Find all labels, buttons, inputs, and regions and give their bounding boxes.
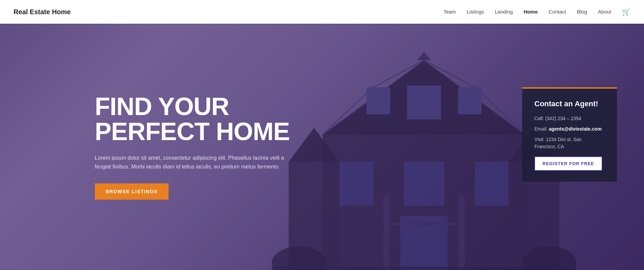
contact-email: Email: agents@diviestate.com [534, 126, 605, 133]
site-logo[interactable]: Real Estate Home [14, 8, 71, 16]
hero-text-block: FIND YOUR PERFECT HOME Lorem ipsum dolor… [95, 94, 298, 199]
nav-link-contact[interactable]: Contact [549, 9, 566, 15]
call-value: (342) 234 – 2354 [545, 116, 581, 121]
register-button[interactable]: REGISTER FOR FREE [534, 156, 602, 171]
contact-call: Call: (342) 234 – 2354 [534, 115, 605, 122]
header: Real Estate Home Team Listings Landing H… [0, 0, 644, 24]
email-label: Email: [534, 126, 548, 132]
nav-link-team[interactable]: Team [443, 9, 456, 15]
contact-visit: Visit: 1234 Divi st. San Francisco, CA [534, 136, 605, 150]
nav-item-blog[interactable]: Blog [577, 9, 587, 15]
hero-subtext: Lorem ipsum dolor sit amet, consectetur … [95, 154, 284, 171]
visit-label: Visit: [534, 137, 545, 142]
main-nav: Team Listings Landing Home Contact Blog … [443, 8, 630, 16]
headline-line1: FIND YOUR [95, 92, 229, 120]
cart-button[interactable]: 🛒 [622, 8, 630, 16]
contact-card-title: Contact an Agent! [534, 99, 605, 108]
hero-content: FIND YOUR PERFECT HOME Lorem ipsum dolor… [0, 94, 644, 199]
headline-line2: PERFECT HOME [95, 117, 290, 145]
nav-item-contact[interactable]: Contact [549, 9, 566, 15]
nav-link-home[interactable]: Home [524, 9, 538, 15]
nav-item-listings[interactable]: Listings [467, 9, 484, 15]
nav-link-landing[interactable]: Landing [495, 9, 513, 15]
nav-list: Team Listings Landing Home Contact Blog … [443, 8, 630, 16]
nav-link-about[interactable]: About [598, 9, 611, 15]
nav-item-about[interactable]: About [598, 9, 611, 15]
nav-link-listings[interactable]: Listings [467, 9, 484, 15]
nav-link-blog[interactable]: Blog [577, 9, 587, 15]
hero-section: FIND YOUR PERFECT HOME Lorem ipsum dolor… [0, 24, 644, 270]
cart-icon[interactable]: 🛒 [622, 8, 630, 16]
browse-listings-button[interactable]: BROWSE LISTINGS [95, 183, 169, 200]
nav-item-landing[interactable]: Landing [495, 9, 513, 15]
hero-headline: FIND YOUR PERFECT HOME [95, 94, 298, 144]
contact-card: Contact an Agent! Call: (342) 234 – 2354… [522, 87, 617, 182]
email-value: agents@diviestate.com [549, 126, 602, 132]
nav-item-home[interactable]: Home [524, 9, 538, 15]
call-label: Call: [534, 116, 544, 121]
nav-item-team[interactable]: Team [443, 9, 456, 15]
